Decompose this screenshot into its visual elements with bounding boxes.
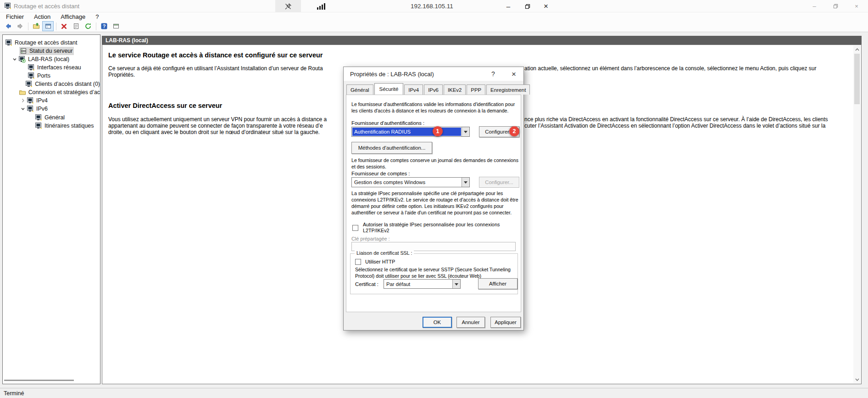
paragraph-fragment: droite, ou en cliquant avec le bouton dr… xyxy=(108,129,320,135)
tree-item-root[interactable]: Routage et accès distant xyxy=(3,39,100,46)
vm-ip-address: 192.168.105.11 xyxy=(411,3,453,10)
authentication-methods-button[interactable]: Méthodes d'authentification... xyxy=(351,142,432,154)
dropdown-arrow-icon[interactable] xyxy=(462,127,469,136)
toolbar: ? xyxy=(0,21,868,32)
forward-button[interactable] xyxy=(14,21,26,31)
use-http-label[interactable]: Utiliser HTTP xyxy=(365,259,395,264)
chevron-collapsed-icon[interactable] xyxy=(19,97,27,104)
tree-item-label: Routage et accès distant xyxy=(15,39,77,46)
use-http-checkbox[interactable] xyxy=(355,259,361,265)
export-list-button[interactable] xyxy=(30,21,42,31)
auth-provider-select[interactable]: Authentification RADIUS xyxy=(351,127,470,137)
account-provider-select[interactable]: Gestion des comptes Windows xyxy=(351,177,470,187)
dropdown-arrow-icon[interactable] xyxy=(462,178,469,187)
vertical-scrollbar[interactable] xyxy=(853,45,861,383)
step-badge-2: 2 xyxy=(509,126,519,136)
window-minimize-button[interactable]: – xyxy=(807,0,822,12)
tab-securite[interactable]: Sécurité xyxy=(374,83,404,95)
console-window-icon xyxy=(45,22,52,30)
dropdown-arrow-icon[interactable] xyxy=(452,280,460,288)
configure-accounting-button: Configurer... xyxy=(479,177,519,188)
certificate-select[interactable]: Par défaut xyxy=(384,279,461,289)
pin-toolbar-button[interactable] xyxy=(275,0,301,12)
cancel-button[interactable]: Annuler xyxy=(456,317,485,328)
toolbar-separator xyxy=(28,22,28,30)
tab-ipv6[interactable]: IPv6 xyxy=(424,84,443,95)
back-button[interactable] xyxy=(2,21,14,31)
tab-enregistrement[interactable]: Enregistrement xyxy=(486,84,530,95)
ipsec-policy-checkbox[interactable] xyxy=(352,225,358,231)
dialog-title-bar: Propriétés de : LAB-RAS (local) ? × xyxy=(344,67,523,81)
help-icon: ? xyxy=(100,22,108,30)
tree-item-interfaces-reseau[interactable]: Interfaces réseau xyxy=(3,63,100,71)
tree-item-general[interactable]: Général xyxy=(3,113,100,121)
tab-ikev2[interactable]: IKEv2 xyxy=(444,84,466,95)
scroll-up-arrow[interactable] xyxy=(853,45,861,53)
restore-icon xyxy=(525,4,530,9)
tree-item-itineraires-statiques[interactable]: Itinéraires statiques xyxy=(3,122,100,129)
tree-item-ports[interactable]: Ports xyxy=(3,72,100,79)
menu-fichier[interactable]: Fichier xyxy=(1,12,29,21)
vm-restore-button[interactable] xyxy=(521,0,534,12)
ssl-certificate-group: Liaison de certificat SSL : Utiliser HTT… xyxy=(350,253,518,294)
minimize-icon: – xyxy=(812,3,816,10)
tree-item-ipv6[interactable]: IPv6 xyxy=(3,105,100,112)
vertical-scrollbar-thumb[interactable] xyxy=(854,54,860,104)
chevron-expanded-icon[interactable] xyxy=(11,56,18,63)
dialog-help-button[interactable]: ? xyxy=(486,67,501,81)
close-icon: × xyxy=(512,70,516,78)
results-pane-title: LAB-RAS (local) xyxy=(106,37,148,44)
tab-ipv4[interactable]: IPv4 xyxy=(404,84,423,95)
step-badge-1: 1 xyxy=(433,126,443,136)
help-icon: ? xyxy=(491,70,495,78)
show-certificate-button[interactable]: Afficher xyxy=(478,278,517,289)
server-icon xyxy=(35,122,42,129)
tree-item-statut-du-serveur[interactable]: Statut du serveur xyxy=(3,47,100,55)
server-icon xyxy=(27,97,34,104)
ok-button[interactable]: OK xyxy=(423,317,452,328)
help-button[interactable]: ? xyxy=(98,21,110,31)
ipsec-checkbox-label[interactable]: Autoriser la stratégie IPsec personnalis… xyxy=(363,222,506,234)
paragraph-fragment: cuter l’Assistant Activation de DirectAc… xyxy=(524,123,825,129)
window-close-button[interactable]: × xyxy=(849,0,864,12)
tree-item-lab-ras[interactable]: LAB-RAS (local) xyxy=(3,55,100,63)
menu-help[interactable]: ? xyxy=(90,12,104,21)
svg-text:?: ? xyxy=(102,23,106,29)
preshared-key-input[interactable] xyxy=(351,242,516,251)
results-pane-header: LAB-RAS (local) xyxy=(102,36,862,45)
tree-item-connexion-strategies[interactable]: Connexion et stratégies d’ac xyxy=(3,88,100,96)
signal-bars-icon[interactable] xyxy=(317,3,326,10)
paragraph-fragment: Ce serveur a déjà été configuré en utili… xyxy=(108,65,323,72)
menu-affichage[interactable]: Affichage xyxy=(56,12,90,21)
chevron-expanded-icon[interactable] xyxy=(19,105,27,112)
menu-action[interactable]: Action xyxy=(29,12,56,21)
window-restore-button[interactable] xyxy=(828,0,843,12)
vm-minimize-button[interactable]: – xyxy=(502,0,515,12)
folder-export-icon xyxy=(33,22,40,30)
dialog-close-button[interactable]: × xyxy=(505,67,523,81)
delete-button[interactable] xyxy=(58,21,70,31)
vm-close-button[interactable]: × xyxy=(540,0,552,12)
tree-item-label: IPv4 xyxy=(36,97,48,104)
tab-general[interactable]: Général xyxy=(346,84,373,95)
tree-item-clients-acces-distant[interactable]: Clients d’accès distant (0) xyxy=(3,80,100,88)
tree-item-label: Itinéraires statiques xyxy=(45,123,94,129)
properties-button[interactable] xyxy=(70,21,82,31)
new-window-button[interactable] xyxy=(110,21,122,31)
apply-button[interactable]: Appliquer xyxy=(490,317,521,328)
auth-provider-value: Authentification RADIUS xyxy=(352,128,461,136)
forward-arrow-icon xyxy=(17,22,24,30)
scroll-down-arrow[interactable] xyxy=(853,376,861,383)
console-tree-panel: Routage et accès distant Statut du serve… xyxy=(2,34,100,384)
paragraph-fragment: nce plus riche via DirectAccess en activ… xyxy=(524,116,828,123)
tab-ppp[interactable]: PPP xyxy=(467,84,485,95)
section-heading: Le service Routage et accès à distance e… xyxy=(108,51,323,59)
auth-provider-label: Fournisseur d'authentifications : xyxy=(351,120,424,126)
app-window: Routage et accès distant 192.168.105.11 … xyxy=(0,0,868,398)
show-console-tree-button[interactable] xyxy=(42,21,54,31)
horizontal-scrollbar-thumb[interactable] xyxy=(4,380,74,381)
close-icon: × xyxy=(855,3,858,9)
tree-item-ipv4[interactable]: IPv4 xyxy=(3,96,100,104)
refresh-button[interactable] xyxy=(82,21,94,31)
properties-dialog: Propriétés de : LAB-RAS (local) ? × Géné… xyxy=(343,67,524,331)
